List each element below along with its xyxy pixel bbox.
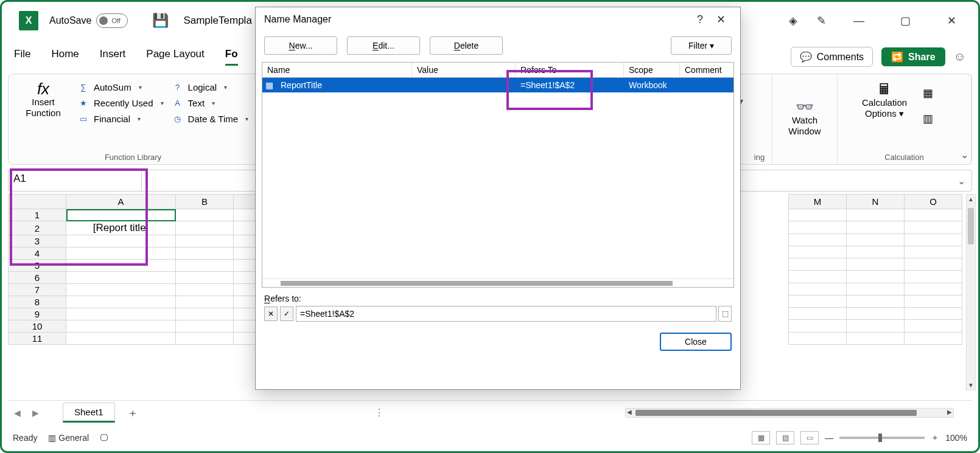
name-box[interactable]: A1: [8, 170, 142, 192]
refers-accept-button[interactable]: ✓: [280, 306, 293, 321]
col-header-o[interactable]: O: [905, 195, 962, 209]
tab-page-layout[interactable]: Page Layout: [146, 48, 204, 66]
text-label: Text: [188, 98, 205, 108]
row-header[interactable]: 4: [9, 247, 66, 260]
tab-nav-next[interactable]: ▶: [26, 408, 44, 418]
row-header[interactable]: 10: [9, 320, 66, 333]
tab-formulas[interactable]: Fo: [225, 48, 238, 66]
date-time-button[interactable]: ◷Date & Time: [172, 113, 249, 124]
save-icon[interactable]: 💾: [152, 13, 169, 29]
tab-home[interactable]: Home: [51, 48, 79, 66]
vertical-scrollbar[interactable]: ▲ ▼: [966, 194, 976, 390]
col-header-b[interactable]: B: [176, 195, 234, 209]
status-display-settings-icon[interactable]: 🖵: [100, 433, 108, 443]
window-close[interactable]: ✕: [938, 14, 965, 27]
sheet-tab-sheet1[interactable]: Sheet1: [63, 403, 115, 423]
col-value-header[interactable]: Value: [412, 63, 516, 77]
financial-button[interactable]: ▭Financial: [78, 113, 164, 124]
row-header[interactable]: 6: [9, 272, 66, 284]
scroll-left-icon[interactable]: ◀: [627, 409, 632, 415]
recently-used-button[interactable]: ★Recently Used: [78, 97, 164, 108]
dialog-close-x[interactable]: ✕: [710, 13, 732, 26]
add-sheet-button[interactable]: ＋: [127, 406, 138, 420]
horizontal-scrollbar[interactable]: ◀ ▶: [625, 408, 954, 418]
dialog-help-button[interactable]: ?: [690, 13, 710, 26]
ribbon-collapse-icon[interactable]: ⌄: [961, 149, 968, 161]
watch-window-label: Watch Window: [783, 115, 826, 137]
feedback-smiley-icon[interactable]: ☺: [954, 50, 966, 64]
view-normal-button[interactable]: ▦: [752, 431, 770, 444]
col-header-n[interactable]: N: [847, 195, 905, 209]
row-header[interactable]: 9: [9, 308, 66, 320]
dialog-close-button[interactable]: Close: [660, 333, 732, 351]
autosave-state: Off: [111, 17, 120, 24]
col-comment-header[interactable]: Comment: [680, 63, 733, 77]
zoom-level[interactable]: 100%: [945, 433, 967, 443]
new-name-button[interactable]: New...: [264, 36, 337, 55]
comments-button[interactable]: 💬 Comments: [791, 47, 873, 67]
row-header[interactable]: 1: [9, 209, 66, 221]
name-cell: ReportTitle: [276, 78, 412, 92]
calc-sheet-icon[interactable]: ▥: [923, 112, 933, 125]
formula-expand-icon[interactable]: ⌄: [957, 175, 965, 187]
comments-label: Comments: [817, 52, 864, 63]
tab-insert[interactable]: Insert: [100, 48, 126, 66]
view-page-layout-button[interactable]: ▤: [776, 431, 794, 444]
logical-button[interactable]: ?Logical: [172, 81, 249, 92]
zoom-in-button[interactable]: ＋: [931, 432, 939, 443]
refers-to-input[interactable]: [296, 306, 716, 322]
financial-label: Financial: [94, 114, 130, 124]
text-button[interactable]: AText: [172, 97, 249, 108]
filter-button[interactable]: Filter ▾: [671, 36, 732, 55]
delete-name-button[interactable]: Delete: [430, 36, 503, 55]
calculation-group-label: Calculation: [838, 153, 971, 162]
comment-cell: [680, 78, 733, 92]
premium-diamond-icon[interactable]: ◈: [789, 14, 797, 27]
window-minimize[interactable]: —: [845, 15, 872, 27]
name-row-reporttitle[interactable]: ▦ ReportTitle =Sheet1!$A$2 Workbook: [262, 78, 733, 92]
share-icon: 🔁: [891, 51, 903, 63]
calc-now-icon[interactable]: ▦: [923, 86, 933, 100]
logical-label: Logical: [188, 82, 217, 92]
name-list: Name Value Refers To Scope Comment ▦ Rep…: [262, 62, 734, 288]
zoom-slider[interactable]: [839, 437, 925, 439]
hscroll-thumb[interactable]: [635, 410, 917, 416]
cell-a1[interactable]: [66, 209, 176, 221]
scrollbar-thumb[interactable]: [968, 208, 974, 244]
row-header[interactable]: 7: [9, 284, 66, 296]
col-header-m[interactable]: M: [789, 195, 847, 209]
col-scope-header[interactable]: Scope: [624, 63, 680, 77]
scroll-right-icon[interactable]: ▶: [947, 409, 952, 415]
view-page-break-button[interactable]: ▭: [800, 431, 819, 444]
status-general: ▥ General: [48, 433, 89, 443]
window-restore[interactable]: ▢: [892, 14, 919, 27]
watch-window-button[interactable]: 👓 Watch Window: [772, 74, 838, 164]
scroll-up-icon[interactable]: ▲: [967, 196, 975, 202]
col-name-header[interactable]: Name: [262, 63, 412, 77]
row-header[interactable]: 11: [9, 333, 66, 345]
refers-cancel-button[interactable]: ✕: [264, 306, 278, 321]
row-header[interactable]: 8: [9, 296, 66, 308]
share-button[interactable]: 🔁 Share: [881, 47, 945, 66]
row-header[interactable]: 2: [9, 221, 66, 235]
col-header-a[interactable]: A: [66, 195, 176, 209]
tab-nav-prev[interactable]: ◀: [8, 408, 26, 418]
row-header[interactable]: 5: [9, 260, 66, 272]
edit-name-button[interactable]: Edit...: [347, 36, 420, 55]
calculation-options-button[interactable]: 🖩 Calculation Options ▾: [846, 78, 923, 125]
range-picker-button[interactable]: ⬚: [718, 306, 732, 322]
select-all-corner[interactable]: [9, 195, 66, 209]
scroll-down-icon[interactable]: ▼: [967, 382, 975, 389]
document-title: SampleTempla: [183, 15, 251, 27]
cell-a2[interactable]: [Report title]: [66, 221, 176, 235]
autosave-toggle[interactable]: Off: [96, 13, 128, 28]
col-refers-header[interactable]: Refers To: [516, 63, 624, 77]
insert-function-button[interactable]: fx Insert Function: [17, 78, 69, 124]
dialog-hscroll[interactable]: [262, 278, 733, 287]
tab-file[interactable]: File: [14, 48, 30, 66]
zoom-out-button[interactable]: —: [825, 433, 833, 443]
magic-pen-icon[interactable]: ✎: [817, 14, 826, 27]
autosum-button[interactable]: ∑AutoSum: [78, 81, 164, 92]
dialog-title: Name Manager: [264, 14, 331, 25]
row-header[interactable]: 3: [9, 235, 66, 247]
